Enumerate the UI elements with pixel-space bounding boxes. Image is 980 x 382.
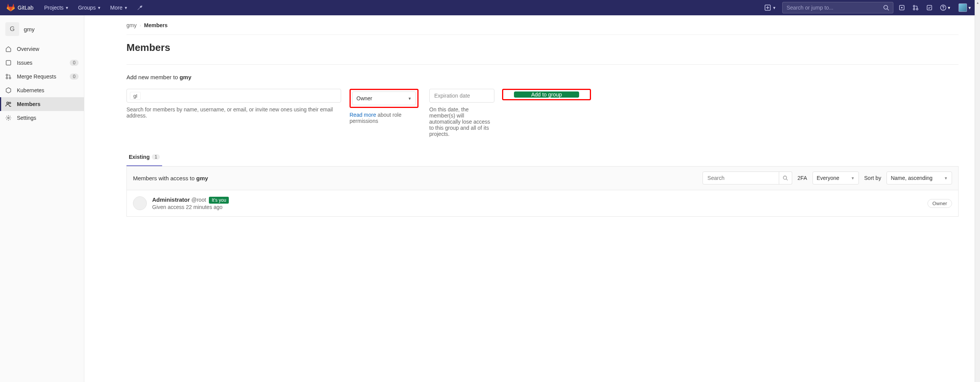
gitlab-logo[interactable]: GitLab <box>6 3 33 12</box>
member-access-time: Given access 22 minutes ago <box>152 204 922 210</box>
nav-more[interactable]: More▼ <box>106 0 133 15</box>
chevron-right-icon: › <box>140 23 141 28</box>
expiration-date-input[interactable] <box>429 89 494 103</box>
read-more-link[interactable]: Read more <box>350 112 376 118</box>
svg-marker-13 <box>6 88 11 93</box>
sidebar-item-label: Members <box>17 101 40 107</box>
issues-icon <box>899 5 905 11</box>
svg-point-3 <box>901 7 903 8</box>
count-badge: 0 <box>70 60 79 66</box>
member-filter-search-input[interactable] <box>703 171 779 184</box>
wrench-icon <box>137 5 143 11</box>
role-help-text: Read more about role permissions <box>350 112 419 124</box>
breadcrumb-current: Members <box>144 22 167 28</box>
merge-requests-shortcut[interactable] <box>910 5 921 11</box>
sidebar-item-issues[interactable]: Issues 0 <box>0 56 84 70</box>
nav-projects[interactable]: Projects▼ <box>39 0 73 15</box>
breadcrumb-root[interactable]: gmy <box>126 22 136 28</box>
user-menu[interactable]: ▼ <box>956 3 974 12</box>
todo-icon <box>926 5 932 11</box>
role-selected-value: Owner <box>356 95 372 101</box>
sidebar-group-header[interactable]: G gmy <box>0 20 84 42</box>
page-title: Members <box>126 42 959 54</box>
filter-sort-select[interactable]: Name, ascending ▼ <box>886 171 952 184</box>
sidebar-item-overview[interactable]: Overview <box>0 42 84 56</box>
filter-2fa-label: 2FA <box>798 175 807 181</box>
scroll-up-arrow-icon[interactable]: ▲ <box>976 1 980 5</box>
sidebar-item-settings[interactable]: Settings <box>0 111 84 125</box>
nav-groups[interactable]: Groups▼ <box>74 0 106 15</box>
nav-admin-wrench[interactable] <box>132 0 148 15</box>
chevron-down-icon: ▼ <box>851 176 855 180</box>
home-icon <box>5 46 11 52</box>
create-new-dropdown[interactable]: ▼ <box>762 2 779 13</box>
search-input[interactable] <box>786 5 883 11</box>
search-help-text: Search for members by name, username, or… <box>126 106 341 119</box>
member-filter-search-group <box>703 171 792 184</box>
plus-square-icon <box>765 5 771 11</box>
search-icon <box>883 5 889 11</box>
member-tabs: Existing 1 <box>126 150 959 167</box>
scrollbar[interactable]: ▲ <box>975 0 980 382</box>
add-button-highlight: Add to group <box>502 89 591 100</box>
gitlab-fox-icon <box>6 3 15 12</box>
chevron-down-icon: ▼ <box>947 6 951 10</box>
svg-point-16 <box>8 117 9 119</box>
add-member-label: Add new member to gmy <box>126 74 959 80</box>
role-select[interactable]: Owner ▼ <box>352 91 416 105</box>
svg-point-1 <box>884 5 888 9</box>
tab-existing[interactable]: Existing 1 <box>126 150 162 166</box>
member-name[interactable]: Administrator <box>152 196 190 203</box>
brand-text: GitLab <box>18 5 33 11</box>
group-avatar: G <box>5 22 19 36</box>
global-search[interactable] <box>782 2 893 13</box>
sidebar-item-label: Issues <box>17 60 32 66</box>
chevron-down-icon: ▼ <box>65 6 69 10</box>
add-member-section: Add new member to gmy gl Search for memb… <box>126 64 959 137</box>
group-name: gmy <box>24 26 34 33</box>
svg-point-10 <box>6 74 8 76</box>
sidebar-item-kubernetes[interactable]: Kubernetes <box>0 83 84 97</box>
expiration-help-text: On this date, the member(s) will automat… <box>429 106 494 137</box>
topnav-right: ▼ ▼ ▼ <box>762 2 974 13</box>
chevron-down-icon: ▼ <box>968 6 972 10</box>
main-content: gmy › Members Members Add new member to … <box>84 15 980 382</box>
issues-shortcut[interactable] <box>896 5 907 11</box>
todos-shortcut[interactable] <box>924 5 935 11</box>
svg-point-11 <box>6 77 8 79</box>
merge-request-icon <box>913 5 919 11</box>
sidebar-item-members[interactable]: Members <box>0 97 84 111</box>
help-dropdown[interactable]: ▼ <box>938 5 953 11</box>
chevron-down-icon: ▼ <box>408 96 412 101</box>
sidebar-item-merge-requests[interactable]: Merge Requests 0 <box>0 70 84 83</box>
sidebar-item-label: Merge Requests <box>17 73 56 80</box>
member-avatar[interactable] <box>133 196 147 210</box>
breadcrumb: gmy › Members <box>126 22 959 35</box>
filter-2fa-select[interactable]: Everyone ▼ <box>813 171 859 184</box>
chevron-down-icon: ▼ <box>772 6 776 10</box>
search-icon <box>783 175 788 181</box>
issues-icon <box>5 60 11 66</box>
svg-point-17 <box>783 176 787 180</box>
svg-rect-9 <box>6 60 11 65</box>
gear-icon <box>5 115 11 121</box>
filter-title: Members with access to gmy <box>133 175 208 181</box>
svg-point-6 <box>916 8 918 10</box>
member-filter-search-button[interactable] <box>779 171 792 184</box>
member-search-input[interactable]: gl <box>126 89 341 103</box>
merge-request-icon <box>5 73 11 80</box>
chevron-down-icon: ▼ <box>124 6 128 10</box>
add-to-group-button[interactable]: Add to group <box>514 91 579 98</box>
kubernetes-icon <box>5 87 11 93</box>
tab-count: 1 <box>152 154 160 160</box>
user-avatar <box>959 3 967 12</box>
sidebar: G gmy Overview Issues 0 Merge Requests 0… <box>0 15 84 382</box>
svg-point-14 <box>7 102 9 104</box>
search-token[interactable]: gl <box>130 92 141 100</box>
svg-point-4 <box>913 5 915 7</box>
topnav-left: Projects▼ Groups▼ More▼ <box>39 0 148 15</box>
filter-sort-label: Sort by <box>864 175 881 181</box>
its-you-badge: It's you <box>209 197 229 204</box>
tab-label: Existing <box>129 154 149 160</box>
help-icon <box>940 5 946 11</box>
